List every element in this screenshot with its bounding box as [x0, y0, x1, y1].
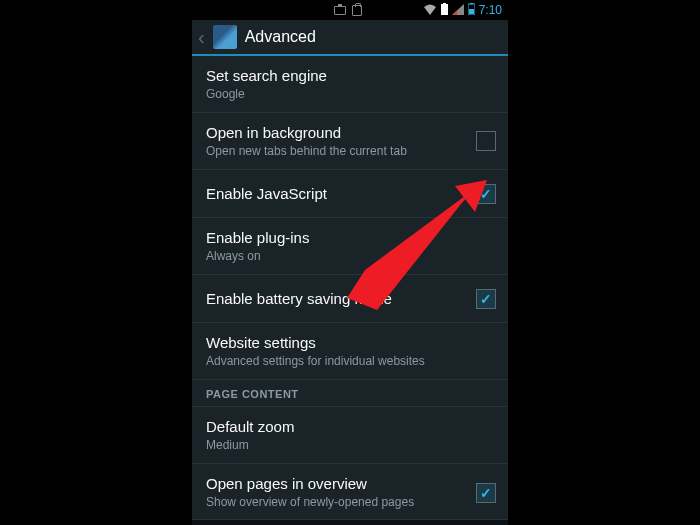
- setting-title: Enable plug-ins: [206, 228, 496, 248]
- battery-icon: [441, 3, 448, 17]
- camera-icon: [334, 6, 346, 15]
- setting-subtitle: Show overview of newly-opened pages: [206, 495, 466, 511]
- setting-subtitle: Medium: [206, 438, 496, 454]
- setting-title: Enable battery saving mode: [206, 289, 466, 309]
- app-icon: [213, 25, 237, 49]
- settings-list: Set search engine Google Open in backgro…: [192, 56, 508, 522]
- phone-screen: 7:10 ‹ Advanced Set search engine Google…: [192, 0, 508, 525]
- setting-title: Default zoom: [206, 417, 496, 437]
- setting-battery-saving[interactable]: Enable battery saving mode: [192, 275, 508, 323]
- signal-icon: [452, 4, 464, 17]
- clock: 7:10: [479, 3, 502, 17]
- section-header-page-content: PAGE CONTENT: [192, 380, 508, 407]
- status-bar: 7:10: [192, 0, 508, 20]
- setting-enable-javascript[interactable]: Enable JavaScript: [192, 170, 508, 218]
- title-bar[interactable]: ‹ Advanced: [192, 20, 508, 56]
- checkbox-checked[interactable]: [476, 184, 496, 204]
- setting-title: Website settings: [206, 333, 496, 353]
- second-battery-icon: [468, 3, 475, 17]
- svg-rect-4: [470, 3, 473, 4]
- setting-subtitle: Open new tabs behind the current tab: [206, 144, 466, 160]
- setting-enable-plugins[interactable]: Enable plug-ins Always on: [192, 218, 508, 275]
- setting-title: Open pages in overview: [206, 474, 466, 494]
- setting-default-zoom[interactable]: Default zoom Medium: [192, 407, 508, 464]
- setting-subtitle: Advanced settings for individual website…: [206, 354, 496, 370]
- wifi-icon: [423, 4, 437, 17]
- checkbox-checked[interactable]: [476, 289, 496, 309]
- back-icon[interactable]: ‹: [198, 27, 205, 47]
- checkbox-unchecked[interactable]: [476, 131, 496, 151]
- setting-open-in-background[interactable]: Open in background Open new tabs behind …: [192, 113, 508, 170]
- setting-open-pages-overview[interactable]: Open pages in overview Show overview of …: [192, 464, 508, 521]
- setting-title: Enable JavaScript: [206, 184, 466, 204]
- checkbox-checked[interactable]: [476, 483, 496, 503]
- setting-website-settings[interactable]: Website settings Advanced settings for i…: [192, 323, 508, 380]
- setting-title: Set search engine: [206, 66, 496, 86]
- page-title: Advanced: [245, 28, 316, 46]
- nav-bar-hint: [192, 519, 508, 525]
- setting-title: Open in background: [206, 123, 466, 143]
- shop-icon: [352, 5, 362, 16]
- setting-subtitle: Google: [206, 87, 496, 103]
- svg-rect-0: [441, 4, 448, 15]
- svg-rect-1: [443, 3, 446, 4]
- setting-search-engine[interactable]: Set search engine Google: [192, 56, 508, 113]
- setting-subtitle: Always on: [206, 249, 496, 265]
- svg-rect-3: [469, 9, 474, 14]
